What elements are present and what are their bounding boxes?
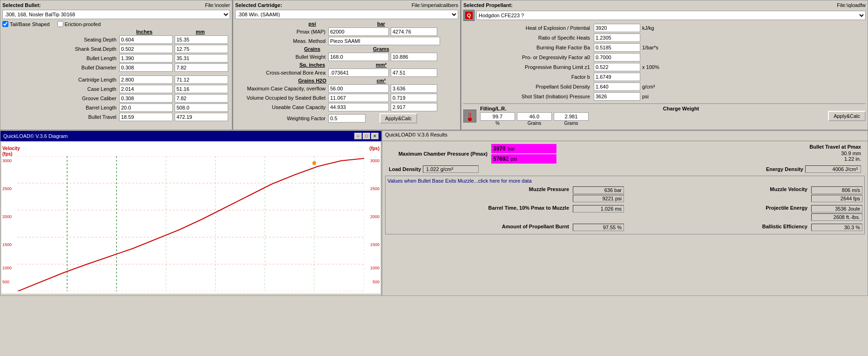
y-3000-left: 3000 <box>2 158 12 163</box>
bullet-diameter-mm[interactable] <box>175 63 228 72</box>
ratio-specific-heats-input[interactable] <box>594 34 640 42</box>
progressive-limit-input[interactable] <box>594 63 640 71</box>
factor-b-input[interactable] <box>594 73 640 81</box>
bullet-weight-grams-input[interactable] <box>391 53 437 61</box>
bore-area-label: Cross-sectional Bore Area <box>235 70 328 75</box>
bar-col-header: bar <box>349 21 414 27</box>
tail-base-label: Tail/Base Shaped <box>10 21 50 27</box>
degressivity-input[interactable] <box>594 53 640 62</box>
muzzle-velocity-label: Muzzle Velocity <box>626 186 811 202</box>
max-case-grains-input[interactable] <box>328 84 389 93</box>
bore-mm2-input[interactable] <box>391 68 437 77</box>
seating-depth-inches[interactable] <box>119 35 173 44</box>
ratio-specific-heats-label: Ratio of Specific Heats <box>463 35 594 41</box>
diagram-content: Velocity (fps) 3000 2500 2000 1500 1000 … <box>1 142 380 294</box>
burning-rate-label: Burning Rate Factor Ba <box>463 45 594 50</box>
shot-start-input[interactable] <box>594 92 640 101</box>
restore-button[interactable]: □ <box>363 133 370 139</box>
useable-grains-input[interactable] <box>328 103 389 111</box>
propellant-select[interactable]: Hodgdon CFE223 ? <box>476 11 866 20</box>
filling-pct-unit: % <box>480 121 515 126</box>
ballistic-eff-item: Ballistic Efficiency 30.3 % <box>626 224 862 232</box>
useable-cm3-input[interactable] <box>391 103 437 111</box>
bullet-travel-in: 1.22 in. <box>809 156 861 162</box>
pmax-psi-input[interactable] <box>328 27 389 36</box>
energy-density-label: Energy Density <box>766 166 803 172</box>
heat-explosion-input[interactable] <box>594 24 640 32</box>
close-button[interactable]: ✕ <box>371 133 379 139</box>
bullet-travel-inches[interactable] <box>119 113 173 121</box>
bullet-length-mm[interactable] <box>175 54 228 62</box>
propellant-apply-calc-button[interactable]: Apply&Calc <box>828 111 866 121</box>
propellant-icon[interactable]: Q <box>463 10 475 21</box>
barrel-length-mm[interactable] <box>175 103 228 112</box>
muzzle-pressure-label: Muzzle Pressure <box>387 186 573 202</box>
seating-depth-mm[interactable] <box>175 35 228 44</box>
groove-caliber-mm[interactable] <box>175 94 228 103</box>
groove-caliber-inches[interactable] <box>119 94 173 103</box>
pmax-bar-input[interactable] <box>391 27 437 36</box>
case-length-inches[interactable] <box>119 85 173 93</box>
filling-grams-unit: Grams <box>554 121 589 126</box>
shank-seat-inches[interactable] <box>119 45 173 53</box>
cartridge-panel-label: Selected Cartridge: <box>235 2 282 8</box>
solid-density-input[interactable] <box>594 82 640 91</box>
barrel-length-inches[interactable] <box>119 103 173 112</box>
svg-point-3 <box>468 117 472 121</box>
friction-proofed-checkbox[interactable] <box>57 21 63 27</box>
thermometer-icon[interactable] <box>463 110 476 123</box>
meas-method-input[interactable] <box>328 37 440 45</box>
muzzle-title[interactable]: Values when Bullet Base Exits Muzzle...c… <box>387 178 862 184</box>
ballistic-eff-value: 30.3 % <box>811 224 862 231</box>
vol-seated-grains-input[interactable] <box>328 94 389 102</box>
cartridge-length-mm[interactable] <box>175 75 228 84</box>
minimize-button[interactable]: − <box>354 133 362 139</box>
max-case-cm3-input[interactable] <box>391 84 437 93</box>
case-length-mm[interactable] <box>175 85 228 93</box>
charge-weight-label: Charge Weight <box>538 106 824 111</box>
pmax-psi-unit: psi <box>510 156 517 162</box>
bullet-panel-label: Selected Bullet: <box>2 2 41 8</box>
velocity-label: Velocity <box>2 146 20 151</box>
bullet-travel-label: Bullet Travel at Pmax <box>809 144 861 150</box>
bullet-select[interactable]: .308, 168, Nosler BalTip 30168 <box>2 10 230 19</box>
ballistic-eff-label: Ballistic Efficiency <box>626 224 811 231</box>
tail-base-shaped-check[interactable]: Tail/Base Shaped <box>2 21 50 27</box>
groove-caliber-row: Groove Caliber <box>2 94 230 103</box>
heat-explosion-unit: kJ/kg <box>642 25 654 31</box>
vol-seated-cm3-input[interactable] <box>391 94 437 102</box>
cartridge-select[interactable]: .308 Win. (SAAMI) <box>235 10 458 19</box>
filling-grains-input[interactable] <box>517 112 552 121</box>
case-length-row: Case Length <box>2 85 230 93</box>
heat-explosion-label: Heat of Explosion / Potential <box>463 25 594 31</box>
sq-inches-header: Sq. inches <box>280 62 345 68</box>
barrel-time-value: 1.026 ms <box>573 205 624 212</box>
solid-density-unit: g/cm³ <box>642 84 655 89</box>
bullet-length-inches[interactable] <box>119 54 173 62</box>
results-title: QuickLOAD© V.3.6 Results <box>385 132 448 137</box>
useable-label: Useable Case Capacity <box>235 104 328 110</box>
chart-svg <box>18 156 364 291</box>
bullet-travel-mm[interactable] <box>175 113 228 121</box>
cartridge-length-inches[interactable] <box>119 75 173 84</box>
progressive-limit-unit: x 100% <box>642 64 659 70</box>
cartridge-apply-calc-button[interactable]: Apply&Calc <box>380 113 417 123</box>
friction-proofed-check[interactable]: Eriction-proofed <box>57 21 101 27</box>
filling-percent-input[interactable] <box>480 112 515 121</box>
bore-sq-in-input[interactable] <box>328 68 389 77</box>
propellant-burnt-item: Amount of Propellant Burnt 97.55 % <box>387 224 624 232</box>
proj-energy-joule: 3536 Joule <box>811 205 862 212</box>
tail-base-checkbox[interactable] <box>2 21 8 27</box>
shank-seat-mm[interactable] <box>175 45 228 53</box>
solid-density-label: Propellant Solid Density <box>463 84 594 89</box>
bullet-diameter-inches[interactable] <box>119 63 173 72</box>
groove-caliber-label: Groove Caliber <box>2 96 119 101</box>
weighting-input[interactable] <box>328 114 366 123</box>
bullet-weight-grains-input[interactable] <box>328 53 389 61</box>
factor-b-label: Factor b <box>463 74 594 80</box>
filling-grams-input[interactable] <box>554 112 589 121</box>
shot-start-label: Shot Start (Initiation) Pressure <box>463 94 594 99</box>
degressivity-label: Pro- or Degressivity Factor a0 <box>463 55 594 60</box>
burning-rate-input[interactable] <box>594 43 640 52</box>
bullet-travel-mm: 30.9 mm <box>809 151 861 156</box>
